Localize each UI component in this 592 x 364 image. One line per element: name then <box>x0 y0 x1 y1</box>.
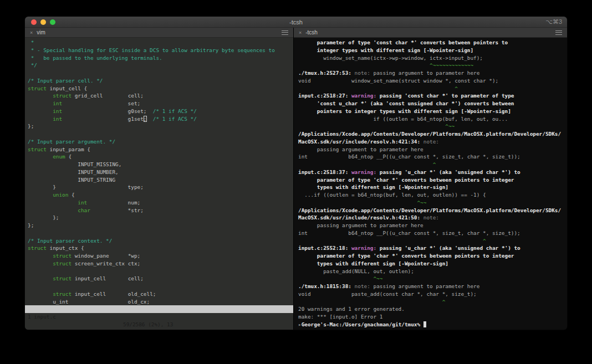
output-line: parameter of type 'const char *' convert… <box>298 39 567 47</box>
code-line: struct input_param { <box>28 146 293 153</box>
terminal-cursor <box>423 321 427 327</box>
output-line: int b64_ntop __P((u_char const *, size_t… <box>298 153 567 161</box>
right-pane-tab-bar: × -tcsh <box>294 28 567 38</box>
vim-editor-content[interactable]: * * - Special handling for ESC inside a … <box>25 38 293 305</box>
tab-title: -tcsh <box>305 29 318 35</box>
code-line: enum { <box>28 153 293 161</box>
output-line: ^ <box>298 237 567 245</box>
output-line: make: *** [input.o] Error 1 <box>298 313 567 321</box>
code-line: * <box>28 39 293 47</box>
shell-output-content[interactable]: parameter of type 'const char *' convert… <box>294 38 567 330</box>
title-bar[interactable]: -tcsh ⌥⌘3 <box>25 17 567 28</box>
output-line: input.c:2518:27: warning: passing 'const… <box>298 92 567 100</box>
code-line: }; <box>28 222 293 229</box>
code-line: * be passed to the underlying terminals. <box>28 54 293 62</box>
close-tab-icon[interactable]: × <box>30 30 33 35</box>
code-line: struct screen_write_ctx ctx; <box>28 260 293 268</box>
tab-title: vim <box>37 29 45 35</box>
tab-tcsh[interactable]: × -tcsh <box>294 28 318 37</box>
vim-pane: × vim * * - Special handling for ESC ins… <box>25 28 293 330</box>
output-line: 'const u_char *' (aka 'const unsigned ch… <box>298 100 567 107</box>
output-line: ^~~~~~~~~~~~~~ <box>298 61 567 69</box>
code-line <box>28 69 293 77</box>
code-line: struct grid_cell cell; <box>28 92 293 100</box>
pane-menu-icon[interactable] <box>555 30 562 35</box>
output-line: ^ <box>298 161 567 168</box>
output-line: ^~~ <box>298 199 567 207</box>
code-line: */ <box>28 61 293 69</box>
statusline-buffer-name: 1 input.c <box>28 313 56 321</box>
output-line: parameter of type 'char *' converts betw… <box>298 176 567 184</box>
output-line: ^~~ <box>298 122 567 130</box>
window-shortcut-badge: ⌥⌘3 <box>545 18 562 25</box>
code-line: /* Input parser cell. */ <box>28 77 293 85</box>
output-line: passing argument to parameter here <box>298 222 567 229</box>
code-line: int g0set; /* 1 if ACS */ <box>28 107 293 115</box>
output-line: parameter of type 'char *' converts betw… <box>298 252 567 260</box>
tab-vim[interactable]: × vim <box>25 28 45 37</box>
code-line: }; <box>28 122 293 130</box>
code-line <box>28 268 293 275</box>
code-line: int set; <box>28 100 293 107</box>
output-line: ▸George's-Mac:/Users/gnachman/git/tmux% <box>298 321 567 329</box>
output-line: ...if ((outlen = b64_ntop(buf, len, out,… <box>298 191 567 199</box>
code-line: struct input_cell old_cell; <box>28 290 293 298</box>
output-line: 20 warnings and 1 error generated. <box>298 305 567 313</box>
statusline-cursor-position: 59/2586 (2%), 13 <box>123 321 173 329</box>
output-line: input.c:2552:18: warning: passing 'u_cha… <box>298 244 567 252</box>
output-line: types with different sign [-Wpointer-sig… <box>298 260 567 268</box>
terminal-window: -tcsh ⌥⌘3 × vim * * - Special handling f… <box>25 17 567 330</box>
output-line: int b64_ntop __P((u_char const *, size_t… <box>298 229 567 237</box>
code-line: u_int old_cx; <box>28 298 293 306</box>
output-line: integer types with different sign [-Wpoi… <box>298 47 567 54</box>
output-line: /Applications/Xcode.app/Contents/Develop… <box>298 207 567 214</box>
output-line: MacOSX.sdk/usr/include/resolv.h:421:34: … <box>298 138 567 146</box>
code-line: INPUT_MISSING, <box>28 161 293 168</box>
code-line: /* Input parser context. */ <box>28 237 293 245</box>
output-line: ./tmux.h:2527:53: note: passing argument… <box>298 69 567 77</box>
code-line: int num; <box>28 199 293 207</box>
output-line: MacOSX.sdk/usr/include/resolv.h:421:50: … <box>298 214 567 222</box>
code-line <box>28 130 293 138</box>
output-line: void paste_add(const char *, char *, siz… <box>298 290 567 298</box>
output-line: /Applications/Xcode.app/Contents/Develop… <box>298 130 567 138</box>
output-line: window_set_name(ictx->wp->window, ictx->… <box>298 54 567 62</box>
code-line: struct input_cell { <box>28 85 293 93</box>
output-line: types with different sign [-Wpointer-sig… <box>298 183 567 191</box>
output-line: void window_set_name(struct window *, co… <box>298 77 567 85</box>
code-line: } type; <box>28 183 293 191</box>
close-tab-icon[interactable]: × <box>299 30 302 35</box>
code-line: union { <box>28 191 293 199</box>
output-line: passing argument to parameter here <box>298 146 567 153</box>
statusline-indicator: (-1 ) <box>275 329 290 330</box>
code-line: INPUT_STRING <box>28 176 293 184</box>
output-line: input.c:2518:37: warning: passing 'u_cha… <box>298 168 567 176</box>
code-line: * - Special handling for ESC inside a DC… <box>28 47 293 54</box>
code-line: /* Input parser argument. */ <box>28 138 293 146</box>
code-line: struct window_pane *wp; <box>28 252 293 260</box>
code-line: struct input_cell cell; <box>28 275 293 283</box>
code-line <box>28 283 293 290</box>
code-line: }; <box>28 214 293 222</box>
split-pane-container: × vim * * - Special handling for ESC ins… <box>25 28 567 330</box>
pane-menu-icon[interactable] <box>282 30 288 35</box>
code-line: INPUT_NUMBER, <box>28 168 293 176</box>
vim-statusline: 1 input.c 59/2586 (2%), 13 (-1 ) <box>25 305 293 313</box>
output-line: ^ <box>298 298 567 306</box>
code-line <box>28 229 293 237</box>
output-line: if ((outlen = b64_ntop(buf, len, out, ou… <box>298 115 567 123</box>
shell-pane: × -tcsh parameter of type 'const char *'… <box>293 28 567 330</box>
output-line: pointers to integer types with different… <box>298 107 567 115</box>
left-pane-tab-bar: × vim <box>25 28 293 38</box>
output-line: ^~~ <box>298 275 567 283</box>
code-line: int g1set; /* 1 if ACS */ <box>28 115 293 123</box>
window-title: -tcsh <box>25 19 567 25</box>
code-line: char *str; <box>28 207 293 214</box>
output-line: paste_add(NULL, out, outlen); <box>298 268 567 275</box>
code-line: struct input_ctx { <box>28 244 293 252</box>
output-line: ./tmux.h:1815:38: note: passing argument… <box>298 283 567 290</box>
output-line: ^ <box>298 85 567 93</box>
